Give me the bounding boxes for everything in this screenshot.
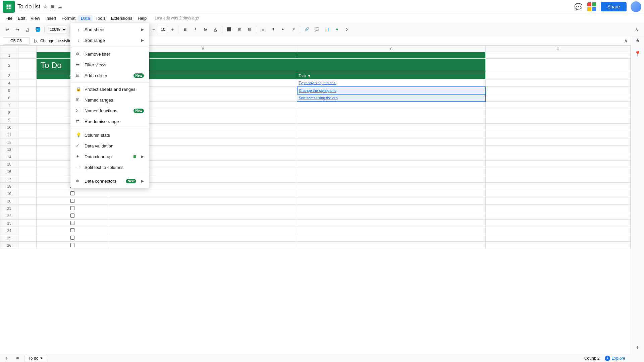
cloud-icon[interactable]: ☁ <box>57 4 62 9</box>
slicer-icon: ⊟ <box>76 73 81 78</box>
chevron-right-icon2: ▶ <box>141 38 144 43</box>
split-icon: ⊣ <box>76 165 81 170</box>
chart-button[interactable]: 📊 <box>322 25 332 34</box>
valign-button[interactable]: ⬍ <box>268 25 278 34</box>
data-connectors-item[interactable]: ⊕ Data connectors New ▶ <box>70 176 149 186</box>
font-size-input[interactable] <box>158 26 168 33</box>
menu-format[interactable]: Format <box>59 15 78 21</box>
star-icon[interactable]: ☆ <box>43 3 48 10</box>
sort-sheet-label: Sort sheet <box>85 27 138 32</box>
table-row: 21 <box>0 205 631 212</box>
wrap-button[interactable]: ↵ <box>278 25 288 34</box>
share-button[interactable]: Share <box>601 2 627 11</box>
connector-icon: ⊕ <box>76 178 81 184</box>
remove-filter-icon: ⊗ <box>76 51 81 57</box>
zoom-select[interactable]: 100% <box>47 25 67 34</box>
bold-button[interactable]: B <box>180 25 190 34</box>
redo-button[interactable]: ↪ <box>13 25 22 34</box>
avatar[interactable] <box>631 1 641 12</box>
sidebar-star-icon[interactable]: ★ <box>634 36 642 44</box>
chevron-right-connectors: ▶ <box>141 179 144 183</box>
protect-sheets-item[interactable]: 🔒 Protect sheets and ranges <box>70 84 149 95</box>
sheet-tab-todo[interactable]: To do ▼ <box>24 355 47 362</box>
last-edit-text: Last edit was 2 days ago <box>155 16 199 20</box>
sort-sheet-item[interactable]: ↕ Sort sheet ▶ <box>70 24 149 35</box>
menu-insert[interactable]: Insert <box>43 15 59 21</box>
halign-button[interactable]: ≡ <box>258 25 268 34</box>
google-apps-icon[interactable] <box>587 2 597 12</box>
stats-icon: 💡 <box>76 132 81 138</box>
named-ranges-item[interactable]: ⊞ Named ranges <box>70 95 149 105</box>
font-size-up[interactable]: + <box>169 26 176 33</box>
filter-views-label: Filter views <box>85 62 144 67</box>
data-validation-item[interactable]: ✓ Data validation <box>70 140 149 151</box>
font-size-down[interactable]: − <box>150 26 157 33</box>
print-button[interactable]: 🖨 <box>23 25 32 34</box>
add-slicer-item[interactable]: ⊟ Add a slicer New <box>70 70 149 81</box>
merge-button[interactable]: ⊟ <box>245 25 254 34</box>
text-color-button[interactable]: A <box>211 25 220 34</box>
rotate-button[interactable]: ↗ <box>288 25 298 34</box>
menu-section-protect: 🔒 Protect sheets and ranges ⊞ Named rang… <box>70 84 149 127</box>
menu-section-sort: ↕ Sort sheet ▶ ↕ Sort range ▶ <box>70 24 149 46</box>
paint-button[interactable]: 🪣 <box>33 25 42 34</box>
sheet-list-button[interactable]: ≡ <box>13 355 21 362</box>
table-row: 25 <box>0 234 631 242</box>
add-sheet-button[interactable]: + <box>3 355 11 362</box>
fill-color-button[interactable]: ⬛ <box>224 25 234 34</box>
data-connectors-label: Data connectors <box>85 179 122 184</box>
menu-file[interactable]: File <box>3 15 15 21</box>
app-icon[interactable] <box>3 1 15 13</box>
explore-button[interactable]: ✦ Explore <box>602 355 628 362</box>
table-row: 19 <box>0 190 631 197</box>
chevron-right-icon: ▶ <box>141 27 144 32</box>
comment-button[interactable]: 💬 <box>312 25 322 34</box>
randomise-range-item[interactable]: ⇄ Randomise range <box>70 116 149 127</box>
function-button[interactable]: Σ <box>342 25 352 34</box>
named-ranges-icon: ⊞ <box>76 97 81 103</box>
menu-data[interactable]: Data <box>78 15 93 21</box>
svg-rect-2 <box>9 5 11 6</box>
split-text-label: Split text to columns <box>85 165 144 170</box>
sort-az-icon: ↕ <box>76 27 81 32</box>
remove-filter-item[interactable]: ⊗ Remove filter <box>70 49 149 59</box>
filter-views-icon: ☰ <box>76 62 81 67</box>
function-icon: Σ <box>76 108 81 113</box>
menu-tools[interactable]: Tools <box>93 15 108 21</box>
cleanup-icon: ✦ <box>76 154 81 159</box>
folder-icon[interactable]: ▣ <box>50 4 55 9</box>
column-stats-label: Column stats <box>85 133 144 138</box>
menu-view[interactable]: View <box>28 15 43 21</box>
sidebar-add-icon[interactable]: + <box>634 343 642 351</box>
menu-edit[interactable]: Edit <box>15 15 28 21</box>
link-button[interactable]: 🔗 <box>302 25 312 34</box>
menu-section-connectors: ⊕ Data connectors New ▶ <box>70 176 149 186</box>
collapse-button[interactable]: ∧ <box>632 25 641 34</box>
doc-title: To-do list <box>17 3 40 10</box>
italic-button[interactable]: I <box>191 25 200 34</box>
split-text-item[interactable]: ⊣ Split text to columns <box>70 162 149 173</box>
table-row: 22 <box>0 212 631 220</box>
undo-button[interactable]: ↩ <box>3 25 12 34</box>
column-stats-item[interactable]: 💡 Column stats <box>70 130 149 140</box>
menu-extensions[interactable]: Extensions <box>108 15 135 21</box>
svg-rect-1 <box>7 5 9 6</box>
menu-section-filter: ⊗ Remove filter ☰ Filter views ⊟ Add a s… <box>70 49 149 81</box>
new-badge-slicer: New <box>133 73 144 78</box>
lock-icon: 🔒 <box>76 86 81 92</box>
filter-button[interactable]: ▼ <box>332 25 342 34</box>
formula-expand-icon[interactable]: ∧ <box>624 38 628 44</box>
remove-filter-label: Remove filter <box>85 52 144 57</box>
doc-title-area: To-do list ☆ ▣ ☁ <box>17 3 62 10</box>
cell-ref-input[interactable] <box>3 37 30 45</box>
filter-views-item[interactable]: ☰ Filter views <box>70 59 149 70</box>
chat-button[interactable]: 💬 <box>574 3 583 11</box>
named-functions-label: Named functions <box>85 108 130 113</box>
sort-range-item[interactable]: ↕ Sort range ▶ <box>70 35 149 46</box>
menu-help[interactable]: Help <box>135 15 149 21</box>
sidebar-location-icon[interactable]: 📍 <box>634 50 642 58</box>
borders-button[interactable]: ⊞ <box>234 25 244 34</box>
data-cleanup-item[interactable]: ✦ Data clean-up ▶ <box>70 151 149 162</box>
named-functions-item[interactable]: Σ Named functions New <box>70 105 149 116</box>
strikethrough-button[interactable]: S <box>201 25 210 34</box>
